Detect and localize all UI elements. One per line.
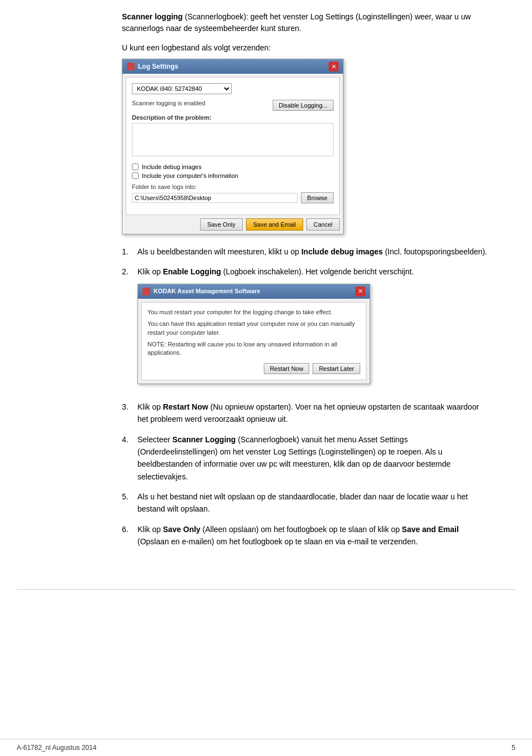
debug-images-label: Include debug images <box>142 164 202 170</box>
save-only-button[interactable]: Save Only <box>200 218 243 231</box>
asset-dialog-close-button[interactable]: ✕ <box>355 287 365 297</box>
step-4-num: 4. <box>122 433 133 483</box>
step-2: 2. Klik op Enable Logging (Logboek insch… <box>122 265 488 392</box>
step-2-text-end: (Logboek inschakelen). Het volgende beri… <box>221 267 414 276</box>
folder-row: Browse <box>132 192 334 203</box>
step-1-content: Als u beeldbestanden wilt meesturen, kli… <box>137 246 488 258</box>
step-6-text-mid: (Alleen opslaan) om het foutlogboek op t… <box>201 525 402 534</box>
step-6-content: Klik op Save Only (Alleen opslaan) om he… <box>137 523 488 548</box>
footer-page-number: 5 <box>511 744 515 752</box>
step-3-num: 3. <box>122 401 133 426</box>
dialog-close-button[interactable]: ✕ <box>329 62 339 71</box>
step-2-text-plain: Klik op <box>137 267 163 276</box>
step-3: 3. Klik op Restart Now (Nu opnieuw opsta… <box>122 401 488 426</box>
dialog-title: Log Settings <box>138 63 178 70</box>
debug-images-checkbox-row: Include debug images <box>132 164 334 170</box>
steps-list: 1. Als u beeldbestanden wilt meesturen, … <box>122 246 488 548</box>
asset-dialog-text3: NOTE: Restarting will cause you to lose … <box>147 340 360 357</box>
dialog-buttons: Save Only Save and Email Cancel <box>122 218 343 234</box>
asset-dialog-text1: You must restart your computer for the l… <box>147 308 360 316</box>
step-2-text-bold: Enable Logging <box>163 267 221 276</box>
restart-now-button[interactable]: Restart Now <box>264 363 310 374</box>
step-2-num: 2. <box>122 265 133 392</box>
info-section: Disable Logging... Scanner logging is en… <box>132 100 334 114</box>
asset-dialog-buttons: Restart Now Restart Later <box>147 361 360 374</box>
scanner-dropdown-row: KODAK i940: 52742840 <box>132 83 334 94</box>
step-3-text-plain: Klik op <box>137 402 163 411</box>
asset-dialog-title-left: KODAK Asset Management Software <box>142 287 260 297</box>
step-4-content: Selecteer Scanner Logging (Scannerlogboe… <box>137 433 488 483</box>
computer-info-checkbox-row: Include your computer's information <box>132 172 334 179</box>
step-1-text-end: (Incl. foutopsporingsbeelden). <box>383 247 487 256</box>
asset-dialog-text2: You can have this application restart yo… <box>147 320 360 337</box>
titlebar-left: Log Settings <box>127 63 178 70</box>
intro-paragraph: Scanner logging (Scannerlogboek): geeft … <box>122 11 488 34</box>
asset-dialog-icon <box>142 288 150 295</box>
description-textarea[interactable] <box>132 123 334 156</box>
log-settings-dialog: Log Settings ✕ KODAK i940: 52742840 Disa… <box>122 59 344 234</box>
step-3-text-bold: Restart Now <box>163 402 208 411</box>
footer-doc-id: A-61782_nl Augustus 2014 <box>17 744 96 752</box>
dialog-body: KODAK i940: 52742840 Disable Logging... … <box>126 77 340 215</box>
asset-management-dialog: KODAK Asset Management Software ✕ You mu… <box>137 284 370 384</box>
step-6-text-plain: Klik op <box>137 525 163 534</box>
page-footer: A-61782_nl Augustus 2014 5 <box>0 739 532 756</box>
step-5-content: Als u het bestand niet wilt opslaan op d… <box>137 491 488 515</box>
step-3-content: Klik op Restart Now (Nu opnieuw opstarte… <box>137 401 488 426</box>
step-1-text-bold: Include debug images <box>301 247 383 256</box>
description-label: Description of the problem: <box>132 114 334 121</box>
step-2-content: Klik op Enable Logging (Logboek inschake… <box>137 265 488 392</box>
dialog-titlebar: Log Settings ✕ <box>122 59 343 74</box>
footer-divider <box>17 589 515 590</box>
step-6-text-bold2: Save and Email <box>402 525 459 534</box>
debug-images-checkbox[interactable] <box>132 164 139 170</box>
scanner-dropdown[interactable]: KODAK i940: 52742840 <box>132 83 232 94</box>
step-4-text-bold: Scanner Logging <box>172 435 236 444</box>
step-5-num: 5. <box>122 491 133 515</box>
cancel-button[interactable]: Cancel <box>306 218 340 231</box>
step-1-text-plain: Als u beeldbestanden wilt meesturen, kli… <box>137 247 301 256</box>
step-5: 5. Als u het bestand niet wilt opslaan o… <box>122 491 488 515</box>
send-instruction: U kunt een logbestand als volgt verzende… <box>122 43 488 52</box>
restart-later-button[interactable]: Restart Later <box>313 363 360 374</box>
page-content: Scanner logging (Scannerlogboek): geeft … <box>0 0 532 589</box>
asset-dialog-titlebar: KODAK Asset Management Software ✕ <box>138 284 370 299</box>
scanner-logging-term: Scanner logging <box>122 12 183 21</box>
browse-button[interactable]: Browse <box>301 192 334 203</box>
computer-info-checkbox[interactable] <box>132 172 139 179</box>
step-5-text-plain: Als u het bestand niet wilt opslaan op d… <box>137 492 468 513</box>
step-6-text-bold1: Save Only <box>163 525 201 534</box>
asset-dialog-body: You must restart your computer for the l… <box>141 302 366 380</box>
computer-info-label: Include your computer's information <box>142 172 238 179</box>
step-4: 4. Selecteer Scanner Logging (Scannerlog… <box>122 433 488 483</box>
step-4-text-plain: Selecteer <box>137 435 172 444</box>
step-6-num: 6. <box>122 523 133 548</box>
step-6: 6. Klik op Save Only (Alleen opslaan) om… <box>122 523 488 548</box>
step-1-num: 1. <box>122 246 133 258</box>
save-and-email-button[interactable]: Save and Email <box>246 218 303 231</box>
dialog-icon <box>127 63 135 70</box>
step-6-text-end: (Opslaan en e-mailen) om het foutlogboek… <box>137 537 418 546</box>
step-1: 1. Als u beeldbestanden wilt meesturen, … <box>122 246 488 258</box>
disable-logging-button[interactable]: Disable Logging... <box>273 100 334 111</box>
folder-path-input[interactable] <box>132 193 298 203</box>
folder-label: Folder to save logs into: <box>132 183 334 190</box>
asset-dialog-title: KODAK Asset Management Software <box>154 287 260 297</box>
